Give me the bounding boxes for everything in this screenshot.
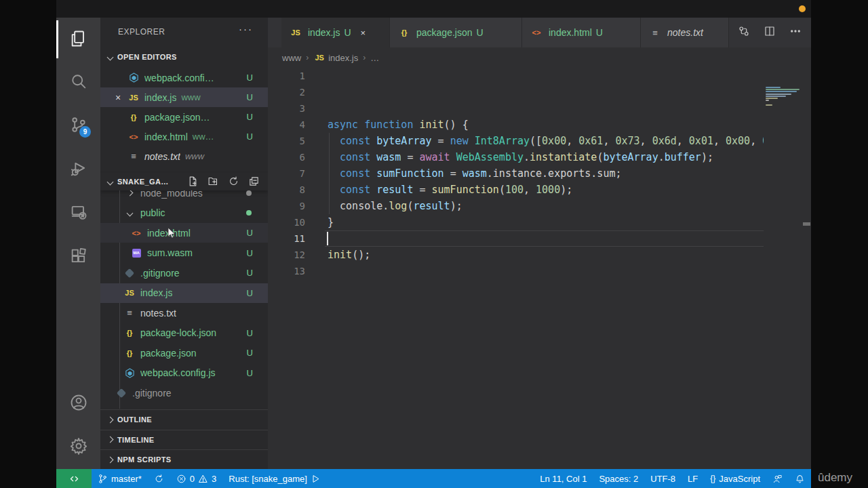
activity-bar-item-search[interactable] (56, 65, 100, 98)
status-item-sync[interactable] (148, 469, 170, 488)
code-line[interactable]: 5 const byteArray = new Int8Array([0x00,… (268, 133, 764, 149)
js-file-icon: JS (127, 94, 140, 102)
status-item-eol[interactable]: LF (682, 469, 704, 488)
remote-indicator[interactable] (56, 469, 92, 488)
git-status-badge: U (247, 288, 253, 298)
breadcrumb[interactable]: www›JSindex.js›… (268, 47, 811, 68)
open-editor-item[interactable]: ≡notes.txtwww (100, 146, 268, 166)
activity-bar-item-account[interactable] (56, 386, 100, 419)
file-tree-item[interactable]: WAsum.wasmU (100, 243, 268, 263)
explorer-icon (69, 29, 88, 48)
json-file-icon: {} (398, 28, 410, 37)
tab-package-json[interactable]: {}package.jsonU (390, 18, 522, 47)
breadcrumb-item[interactable]: www (282, 53, 301, 63)
code-line[interactable]: 3 (268, 100, 764, 117)
status-item-problems[interactable]: 03 (170, 469, 222, 488)
editor-area: JSindex.jsU×{}package.jsonU<>index.htmlU… (268, 18, 811, 469)
tab-label: notes.txt (667, 27, 703, 38)
chevron-down-icon (107, 54, 114, 60)
file-tree-item[interactable]: public (100, 203, 268, 223)
code-line[interactable]: 8 const result = sumFunction(100, 1000); (268, 182, 764, 198)
tab-notes-txt[interactable]: ≡notes.txt (641, 18, 729, 47)
new-file-button[interactable] (187, 176, 199, 188)
code-line[interactable]: 7 const sumFunction = wasm.instance.expo… (268, 165, 764, 182)
open-editor-item[interactable]: {}package.json…U (100, 107, 268, 127)
file-tree-item[interactable]: webpack.config.jsU (100, 363, 268, 383)
gitignore-file-icon (123, 270, 136, 277)
status-item-language-mode[interactable]: {}JavaScript (704, 469, 766, 488)
file-tree-item[interactable]: <>index.htmlU (100, 223, 268, 243)
sidebar-section-timeline[interactable]: TIMELINE (100, 430, 268, 449)
file-tree-item[interactable]: {}package-lock.jsonU (100, 323, 268, 343)
minimap[interactable] (764, 68, 802, 469)
status-item-indentation[interactable]: Spaces: 2 (593, 469, 644, 488)
status-item-feedback[interactable] (766, 469, 789, 488)
code-line[interactable]: 1 (268, 68, 764, 84)
close-icon[interactable]: × (113, 92, 123, 103)
file-tree-item[interactable]: ≡notes.txt (100, 303, 268, 323)
code-line[interactable]: 13 (268, 263, 764, 279)
activity-bar-item-extensions[interactable] (56, 240, 100, 272)
code-line[interactable]: 2 (268, 84, 764, 100)
code-line[interactable]: 4async function init() { (268, 117, 764, 133)
status-item-branch[interactable]: master* (92, 469, 148, 488)
open-editor-item[interactable]: <>index.htmlww…U (100, 127, 268, 146)
line-number: 1 (268, 68, 305, 84)
project-root-header[interactable]: SNAKE_GA… (100, 173, 268, 190)
collapse-all-button[interactable] (248, 176, 260, 188)
activity-bar-item-settings[interactable] (56, 430, 100, 462)
minimap-line (766, 91, 797, 92)
code-line[interactable]: 6 const wasm = await WebAssembly.instant… (268, 149, 764, 165)
sidebar-section-outline[interactable]: OUTLINE (100, 409, 268, 429)
tab-index-js[interactable]: JSindex.jsU× (281, 18, 390, 47)
split-editor-button[interactable] (764, 25, 776, 40)
refresh-button[interactable] (228, 176, 239, 188)
file-tree-item[interactable]: {}package.jsonU (100, 343, 268, 363)
status-item-rust-analyzer[interactable]: Rust: [snake_game] (222, 469, 327, 488)
open-editors-header[interactable]: OPEN EDITORS (100, 49, 268, 65)
status-item-encoding[interactable]: UTF-8 (644, 469, 682, 488)
activity-bar-item-explorer[interactable] (56, 22, 100, 55)
txt-file-icon: ≡ (123, 308, 136, 318)
braces-icon: {} (710, 474, 715, 483)
status-item-cursor-position[interactable]: Ln 11, Col 1 (534, 469, 593, 488)
code-line[interactable]: 9 console.log(result); (268, 198, 764, 214)
sidebar-more-actions-button[interactable]: ··· (239, 23, 253, 35)
minimap-line (766, 100, 769, 101)
activity-bar-item-remote-explorer[interactable] (56, 196, 100, 228)
open-editor-label: index.js (144, 92, 176, 103)
file-tree-item[interactable]: JSindex.jsU (100, 283, 268, 303)
open-changes-button[interactable] (738, 25, 750, 40)
code-line[interactable]: 10} (268, 214, 764, 230)
line-number: 8 (268, 182, 305, 198)
new-file-icon (187, 176, 199, 187)
code-editor[interactable]: 1234async function init() {5 const byteA… (268, 68, 764, 469)
file-tree-item[interactable]: .gitignore (100, 383, 268, 403)
open-editor-item[interactable]: webpack.confi…U (100, 68, 268, 87)
activity-bar-item-source-control[interactable]: 9 (56, 108, 100, 141)
tab-index-html[interactable]: <>index.htmlU (522, 18, 641, 47)
status-item-notifications[interactable] (789, 469, 811, 488)
split-editor-icon (764, 25, 776, 37)
file-tree-item[interactable]: .gitignoreU (100, 263, 268, 283)
close-icon[interactable]: × (361, 28, 366, 38)
new-folder-button[interactable] (208, 176, 219, 188)
code-text: async function init() { (328, 117, 469, 133)
code-line[interactable]: 12init(); (268, 247, 764, 263)
minimap-line (766, 96, 786, 97)
file-tree-item[interactable]: node_modules (100, 190, 268, 203)
file-tree-item[interactable]: ≡Cargo.lock (100, 403, 268, 409)
breadcrumb-item[interactable]: … (370, 53, 379, 63)
more-actions-button[interactable] (789, 25, 802, 40)
open-editor-item[interactable]: ×JSindex.jswwwU (100, 87, 268, 107)
overview-ruler-marker (803, 222, 810, 226)
breadcrumb-item[interactable]: index.js (328, 53, 358, 63)
code-line[interactable]: 11 (268, 230, 764, 247)
activity-bar-item-run-debug[interactable] (56, 152, 100, 185)
tab-label: index.js (308, 27, 340, 38)
sidebar-section-npm-scripts[interactable]: NPM SCRIPTS (100, 449, 268, 469)
chevron-right-icon (123, 190, 136, 195)
minimap-line (766, 94, 791, 95)
overview-ruler[interactable] (802, 68, 811, 469)
open-editor-folder-suffix: www (181, 92, 200, 102)
